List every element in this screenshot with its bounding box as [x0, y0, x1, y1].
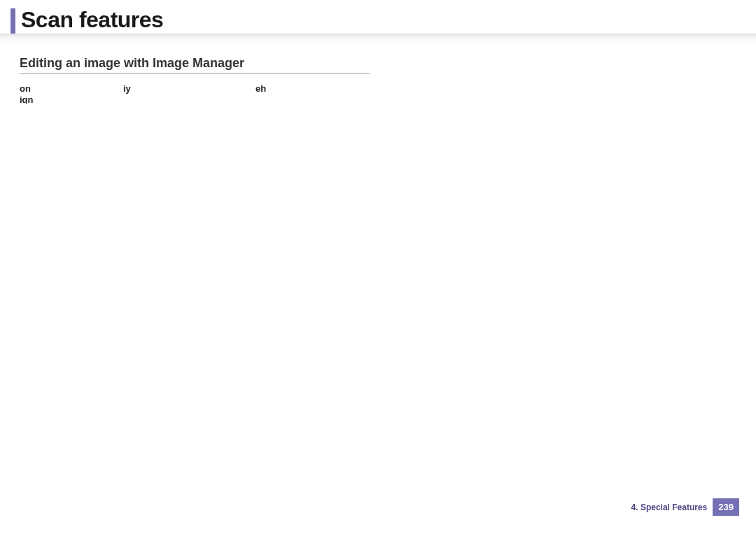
page-footer: 4. Special Features 239: [631, 498, 739, 516]
header-divider-shadow: [0, 34, 756, 45]
body-fragment: iy: [123, 83, 131, 95]
body-paragraph: on iy eh ign: [20, 83, 370, 104]
body-fragment: eh: [255, 83, 266, 95]
page-title: Scan features: [21, 7, 756, 33]
page-header: Scan features: [0, 0, 756, 43]
section-heading-wrap: Editing an image with Image Manager: [20, 56, 370, 74]
section-heading: Editing an image with Image Manager: [20, 56, 370, 71]
page-number-badge: 239: [713, 498, 739, 516]
body-fragment: ign: [20, 94, 34, 104]
footer-chapter-label: 4. Special Features: [631, 503, 708, 512]
header-accent-bar: [10, 8, 15, 34]
content-area: Editing an image with Image Manager on i…: [0, 43, 756, 104]
